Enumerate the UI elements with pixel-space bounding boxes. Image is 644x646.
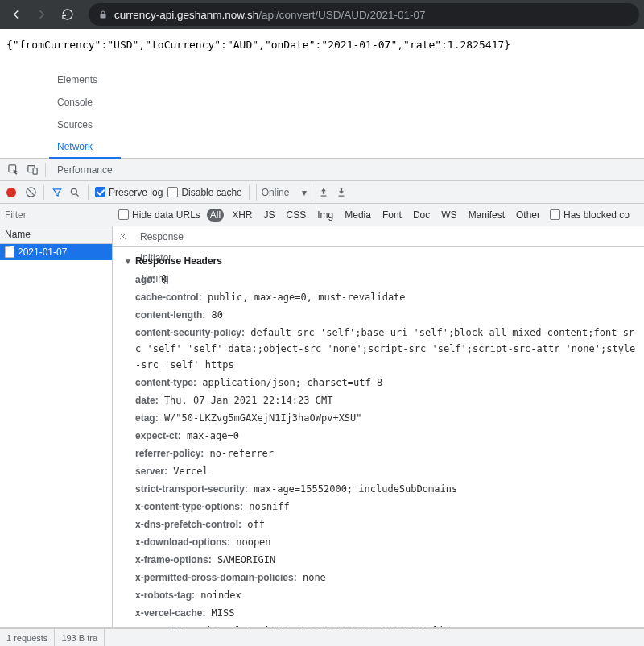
preserve-log-checkbox[interactable]: Preserve log	[95, 187, 163, 198]
request-list-header: Name	[0, 226, 112, 244]
svg-rect-3	[33, 168, 37, 175]
header-line: x-frame-options: SAMEORIGIN	[135, 552, 636, 568]
filter-chip-doc[interactable]: Doc	[410, 209, 433, 222]
disable-cache-checkbox[interactable]: Disable cache	[167, 187, 242, 198]
clear-icon[interactable]	[24, 186, 37, 199]
header-line: x-download-options: noopen	[135, 534, 636, 550]
filter-input[interactable]	[5, 209, 101, 221]
download-icon[interactable]	[335, 186, 348, 199]
header-line: date: Thu, 07 Jan 2021 22:14:23 GMT	[135, 392, 636, 408]
devtools-tab-bar: ElementsConsoleSourcesNetworkPerformance…	[0, 159, 644, 181]
header-line: cache-control: public, max-age=0, must-r…	[135, 289, 636, 305]
devtools-tab-elements[interactable]: Elements	[49, 68, 121, 91]
header-line: expect-ct: max-age=0	[135, 428, 636, 444]
file-icon	[5, 246, 14, 258]
device-toggle-icon[interactable]	[23, 164, 42, 176]
status-transferred: 193 B tra	[55, 629, 105, 646]
filter-chip-css[interactable]: CSS	[283, 209, 310, 222]
network-filter-bar: Hide data URLs AllXHRJSCSSImgMediaFontDo…	[0, 204, 644, 226]
filter-chip-all[interactable]: All	[207, 209, 224, 222]
svg-point-5	[71, 188, 76, 194]
upload-icon[interactable]	[317, 186, 330, 199]
lock-icon	[98, 9, 108, 20]
filter-chip-js[interactable]: JS	[261, 209, 279, 222]
devtools-panel: ElementsConsoleSourcesNetworkPerformance…	[0, 158, 644, 646]
response-headers-section[interactable]: ▼ Response Headers	[124, 255, 636, 267]
url-host: currency-api.geshanm.now.sh	[114, 9, 258, 21]
filter-type-chips: AllXHRJSCSSImgMediaFontDocWSManifestOthe…	[207, 209, 543, 222]
forward-button[interactable]	[31, 3, 53, 26]
header-line: x-vercel-id: syd1::sfo1::dtm5s-161005766…	[135, 623, 636, 627]
header-line: content-type: application/json; charset=…	[135, 375, 636, 391]
search-icon[interactable]	[68, 186, 81, 199]
header-line: x-permitted-cross-domain-policies: none	[135, 569, 636, 586]
detail-tab-response[interactable]: Response	[132, 226, 192, 247]
svg-rect-0	[101, 14, 106, 19]
filter-chip-media[interactable]: Media	[341, 209, 374, 222]
request-row[interactable]: 2021-01-07	[0, 244, 112, 260]
filter-chip-img[interactable]: Img	[314, 209, 336, 222]
status-bar: 1 requests 193 B tra	[0, 628, 644, 646]
inspect-icon[interactable]	[3, 164, 23, 176]
filter-chip-font[interactable]: Font	[379, 209, 405, 222]
chevron-down-icon: ▾	[302, 187, 307, 198]
svg-rect-7	[339, 195, 345, 196]
header-line: content-security-policy: default-src 'se…	[135, 325, 636, 373]
header-line: strict-transport-security: max-age=15552…	[135, 481, 636, 497]
hide-data-urls-checkbox[interactable]: Hide data URLs	[118, 209, 200, 221]
header-line: etag: W/"50-LKZvg5mGAXejN1Ij3haOWpv+XSU"	[135, 410, 636, 426]
browser-address-bar: currency-api.geshanm.now.sh/api/convert/…	[0, 0, 644, 29]
header-line: x-vercel-cache: MISS	[135, 605, 636, 621]
throttle-select[interactable]: Online ▾	[256, 184, 313, 201]
devtools-tab-network[interactable]: Network	[49, 136, 121, 159]
network-toolbar: Preserve log Disable cache Online ▾	[0, 181, 644, 204]
header-line: server: Vercel	[135, 463, 636, 479]
header-line: age: 0	[135, 271, 636, 288]
request-list: Name 2021-01-07	[0, 226, 113, 627]
request-detail: HeadersPreviewResponseInitiatorTiming ▼ …	[113, 226, 644, 627]
header-line: referrer-policy: no-referrer	[135, 445, 636, 462]
header-line: content-length: 80	[135, 307, 636, 323]
devtools-tab-console[interactable]: Console	[49, 91, 121, 114]
headers-body: ▼ Response Headers age: 0cache-control: …	[113, 247, 644, 627]
svg-rect-6	[321, 195, 327, 196]
disclosure-triangle-icon: ▼	[124, 257, 132, 266]
header-line: x-content-type-options: nosniff	[135, 499, 636, 515]
devtools-tab-sources[interactable]: Sources	[49, 114, 121, 136]
filter-chip-xhr[interactable]: XHR	[229, 209, 255, 222]
header-line: x-dns-prefetch-control: off	[135, 516, 636, 532]
back-button[interactable]	[5, 3, 27, 26]
filter-icon[interactable]	[51, 186, 64, 199]
status-requests: 1 requests	[0, 629, 55, 646]
filter-chip-ws[interactable]: WS	[438, 209, 460, 222]
filter-chip-manifest[interactable]: Manifest	[465, 209, 508, 222]
detail-tab-bar: HeadersPreviewResponseInitiatorTiming	[113, 226, 644, 247]
url-path: /api/convert/USD/AUD/2021-01-07	[258, 9, 425, 21]
filter-chip-other[interactable]: Other	[513, 209, 543, 222]
record-button[interactable]	[6, 188, 16, 197]
url-bar[interactable]: currency-api.geshanm.now.sh/api/convert/…	[89, 3, 639, 26]
has-blocked-checkbox[interactable]: Has blocked co	[550, 209, 630, 221]
close-detail-icon[interactable]	[113, 232, 132, 241]
header-line: x-robots-tag: noindex	[135, 587, 636, 603]
reload-button[interactable]	[56, 3, 79, 26]
devtools-tab-performance[interactable]: Performance	[49, 159, 121, 181]
